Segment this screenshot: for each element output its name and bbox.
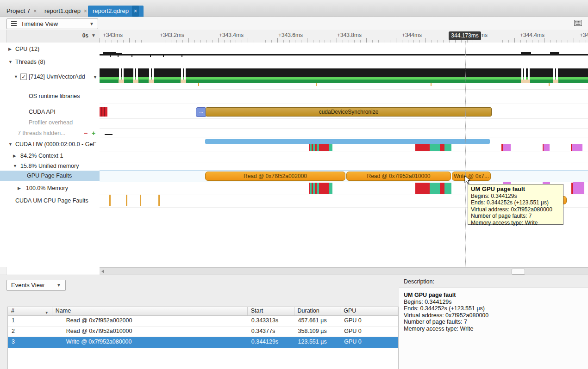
chevron-right-icon[interactable]: ▶ <box>8 45 12 53</box>
cpu-utilization-notch <box>181 55 182 57</box>
timeline-view-dropdown[interactable]: Timeline View ▼ <box>6 18 98 29</box>
memory-transfer[interactable] <box>440 183 444 194</box>
gpu-page-fault-bar[interactable]: Write @ 0x7... <box>452 172 491 181</box>
tree-label: CUDA API <box>29 108 56 116</box>
timeline-canvas[interactable]: ... cudaDeviceSynchronize Read @ 0x7f952… <box>100 43 588 267</box>
chevron-down-icon[interactable]: ▼ <box>14 73 18 81</box>
timeline-ruler[interactable]: +343ms +343.2ms +343.4ms +343.6ms +343.8… <box>100 30 588 43</box>
memory-op[interactable] <box>319 144 329 151</box>
tree-row-threads[interactable]: ▼ Threads (8) <box>0 58 100 66</box>
add-row-button[interactable]: + <box>92 129 95 137</box>
memory-transfer[interactable] <box>430 183 440 194</box>
column-header-start[interactable]: Start <box>248 307 294 315</box>
gpu-page-fault-bar[interactable]: Read @ 0x7f952a002000 <box>205 172 345 181</box>
timeline-view-label: Timeline View <box>21 19 58 29</box>
thread-gap <box>521 68 523 80</box>
chevron-right-icon[interactable]: ▶ <box>18 184 21 192</box>
cuda-api-sync-bar[interactable]: cudaDeviceSynchronize <box>206 107 492 117</box>
tab-report2-label: report2.qdrep <box>93 7 129 14</box>
thread-gap <box>152 68 154 80</box>
column-header-num[interactable]: #▼ <box>8 307 52 315</box>
tree-label: 100.0% Memory <box>26 184 68 192</box>
tooltip-line: Number of page faults: 7 <box>471 213 560 220</box>
tab-report1[interactable]: report1.qdrep× <box>44 6 87 17</box>
column-header-gpu[interactable]: GPU <box>340 307 398 315</box>
thread-gap-marker <box>553 80 558 83</box>
tree-row-profiler-overhead[interactable]: Profiler overhead <box>0 118 100 127</box>
tree-row-gpu-page-faults[interactable]: GPU Page Faults <box>0 172 100 180</box>
tree-row-um-cpu-page-faults[interactable]: CUDA UM CPU Page Faults <box>0 197 100 205</box>
memory-transfer[interactable] <box>319 183 329 194</box>
sort-descending-icon[interactable]: ▼ <box>45 309 49 317</box>
table-row-selected[interactable]: 3 Write @ 0x7f952a080000 0.344129s 123.5… <box>8 337 398 348</box>
tab-project[interactable]: Project 7× <box>6 6 37 17</box>
gpu-page-fault-bar[interactable]: Read @ 0x7f952a010000 <box>346 172 451 181</box>
tooltip-line: Begins: 0.344129s <box>471 193 560 200</box>
hamburger-icon <box>11 21 17 26</box>
os-runtime-marker <box>549 83 550 86</box>
scroll-left-arrow-icon[interactable] <box>101 270 104 273</box>
tree-row-os-runtime[interactable]: OS runtime libraries <box>0 92 100 100</box>
memory-op[interactable] <box>440 144 444 151</box>
memory-transfer[interactable] <box>573 182 584 194</box>
scrollbar-thumb[interactable] <box>512 269 525 275</box>
cpu-page-fault-marker[interactable] <box>158 195 160 206</box>
table-row[interactable]: 1 Read @ 0x7f952a002000 0.343313s 457.66… <box>8 316 398 326</box>
cell-num: 2 <box>8 326 52 337</box>
memory-op[interactable] <box>415 144 430 151</box>
cuda-api-call-bar[interactable] <box>100 107 107 117</box>
column-header-duration[interactable]: Duration <box>294 307 341 315</box>
cpu-page-fault-marker[interactable] <box>126 195 127 206</box>
cpu-page-fault-marker[interactable] <box>140 195 141 206</box>
checkbox-checked[interactable]: ✓ <box>20 74 27 80</box>
cuda-kernel-bar[interactable] <box>205 139 490 144</box>
chevron-down-icon[interactable]: ▼ <box>8 140 13 148</box>
chevron-down-icon[interactable]: ▼ <box>8 58 13 66</box>
keyboard-shortcuts-icon[interactable] <box>574 20 582 27</box>
thread-state-bar[interactable] <box>100 68 588 77</box>
tree-row-unified-memory[interactable]: ▼ 15.8% Unified memory <box>0 162 100 170</box>
thread-state-green-dark <box>100 80 588 83</box>
ruler-tick-label: +343.4ms <box>219 32 244 38</box>
description-line: Number of page faults: 7 <box>404 319 588 326</box>
memory-transfer[interactable] <box>444 183 451 194</box>
cell-gpu: GPU 0 <box>340 337 398 347</box>
cuda-api-collapsed-chip[interactable]: ... <box>196 107 206 117</box>
tree-row-cuda-hw[interactable]: ▼ CUDA HW (0000:02:00.0 - GeF <box>0 140 100 148</box>
chevron-down-icon[interactable]: ▼ <box>13 162 17 170</box>
memory-op[interactable] <box>544 144 550 151</box>
ruler-tick-label: +343ms <box>103 32 123 38</box>
tree-row-cuda-api[interactable]: CUDA API <box>0 108 100 116</box>
cpu-utilization-notch <box>118 55 119 57</box>
ruler-origin-cell[interactable]: 0s ▼ <box>0 30 100 43</box>
chevron-down-icon[interactable]: ▼ <box>93 73 97 81</box>
tree-row-memory[interactable]: ▶ 100.0% Memory <box>0 184 100 192</box>
close-icon[interactable]: × <box>33 6 37 17</box>
close-icon[interactable]: × <box>132 6 139 17</box>
table-row[interactable]: 2 Read @ 0x7f952a010000 0.34377s 358.109… <box>8 326 398 337</box>
column-header-name[interactable]: Name <box>52 307 248 315</box>
tree-row-context1[interactable]: ▶ 84.2% Context 1 <box>0 152 100 160</box>
events-view-label: Events View <box>11 280 44 290</box>
row-separator <box>100 152 588 152</box>
memory-op[interactable] <box>444 144 451 151</box>
memory-op[interactable] <box>430 144 440 151</box>
memory-transfer[interactable] <box>329 183 332 194</box>
memory-op[interactable] <box>329 144 332 151</box>
chevron-right-icon[interactable]: ▶ <box>13 152 16 160</box>
memory-transfer[interactable] <box>415 183 430 194</box>
tree-row-threads-hidden[interactable]: 7 threads hidden... − + <box>0 129 100 137</box>
cpu-page-fault-marker[interactable] <box>109 195 111 206</box>
close-icon[interactable]: × <box>84 6 87 17</box>
chevron-down-icon: ▼ <box>91 33 96 38</box>
tree-row-process[interactable]: ▼ ✓ [7142] UvmVectorAdd ▼ <box>0 73 100 81</box>
timeline-row-tree: ▶ CPU (12) ▼ Threads (8) ▼ ✓ [7142] UvmV… <box>0 43 100 267</box>
tree-row-cpu[interactable]: ▶ CPU (12) <box>0 45 100 53</box>
remove-row-button[interactable]: − <box>84 129 88 137</box>
thread-gap <box>181 68 183 80</box>
tab-report2-active[interactable]: report2.qdrep× <box>88 6 144 17</box>
events-view-dropdown[interactable]: Events View ▼ <box>6 280 66 291</box>
memory-op[interactable] <box>572 144 582 151</box>
memory-op[interactable] <box>503 144 511 151</box>
timeline-scrollbar[interactable] <box>100 267 588 275</box>
